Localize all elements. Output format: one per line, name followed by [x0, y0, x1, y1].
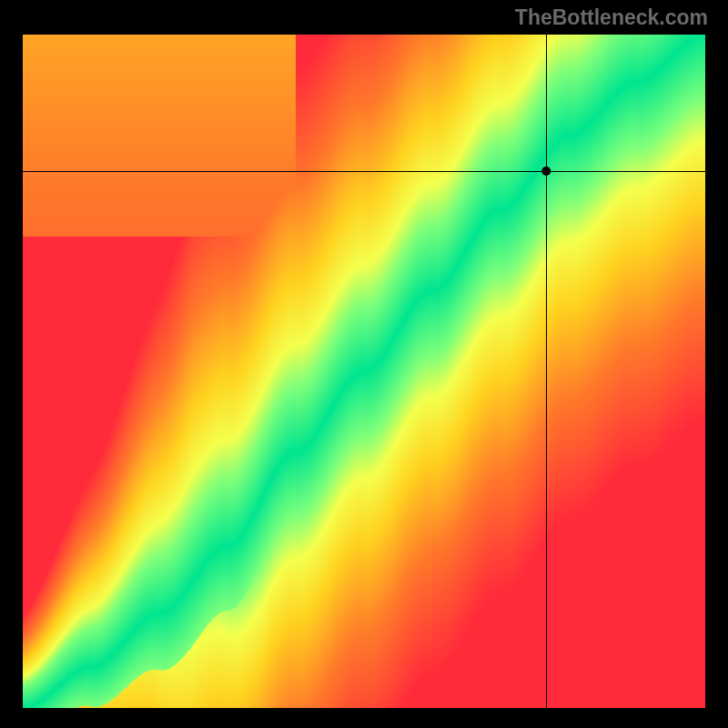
heatmap-canvas — [23, 35, 705, 708]
heatmap-plot — [23, 35, 705, 708]
attribution-label: TheBottleneck.com — [515, 5, 708, 30]
chart-container: TheBottleneck.com — [0, 0, 728, 728]
